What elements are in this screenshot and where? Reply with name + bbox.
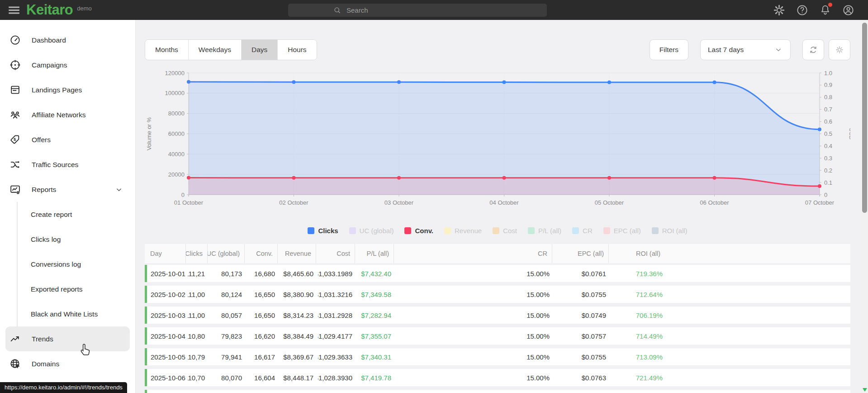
svg-text:0.2: 0.2 [824,167,832,174]
reports-icon [9,184,21,195]
sidebar-item-label: Affiliate Networks [32,111,85,119]
tab-days[interactable]: Days [241,40,277,60]
legend-swatch [572,227,579,234]
legend-item-cost[interactable]: Cost [493,227,517,235]
search-input[interactable] [346,6,518,14]
legend-label: P/L (all) [538,227,561,235]
legend-item-uc-global[interactable]: UC (global) [349,227,394,235]
sidebar-item-label: Black and White Lists [31,310,98,318]
table-row: 2025-10-04110,8079,82316,620$8,384.49$1,… [145,327,850,345]
env-label: demo [77,5,92,12]
refresh-icon [809,45,818,54]
column-header-cr[interactable]: CR [394,244,552,263]
svg-text:Volume or %: Volume or % [146,117,152,150]
cell-cost: $1,029.3633 [318,353,357,361]
sidebar-item-trends[interactable]: Trends [5,326,130,351]
column-header-p-l-all[interactable]: P/L (all) [355,244,394,263]
svg-text:1.0: 1.0 [824,70,832,77]
svg-text:03 October: 03 October [384,199,414,206]
column-header-roi-all[interactable]: ROI (all) [608,244,665,263]
sidebar-item-exported-reports[interactable]: Exported reports [5,277,130,302]
dashboard-icon [9,34,21,46]
sidebar-item-domains[interactable]: Domains [5,351,130,376]
table-header: DayClicksUC (global)Conv.RevenueCostP/L … [145,244,850,263]
page-scrollbar[interactable] [861,20,868,393]
cell-conv: 16,604 [247,374,280,382]
svg-text:40000: 40000 [168,151,185,158]
legend-item-cr[interactable]: CR [572,227,593,235]
hamburger-menu-button[interactable] [7,3,20,17]
cell-cost: $1,031.3216 [318,291,357,298]
legend-item-p-l-all[interactable]: P/L (all) [528,227,561,235]
sidebar-item-clicks-log[interactable]: Clicks log [5,227,130,252]
traffic-icon [9,159,21,170]
sidebar-item-reports[interactable]: Reports [5,177,130,202]
sidebar-item-campaigns[interactable]: Campaigns [5,53,130,77]
trends-icon [9,333,21,345]
legend-item-revenue[interactable]: Revenue [444,227,482,235]
sidebar-item-create-report[interactable]: Create report [5,202,130,227]
sidebar-item-label: Conversions log [31,260,81,268]
column-header-uc-global[interactable]: UC (global) [207,244,244,263]
legend-swatch [603,227,610,234]
svg-text:0.6: 0.6 [824,118,832,125]
cell-clicks: 111,00 [188,291,209,298]
sidebar-item-affiliate-networks[interactable]: Affiliate Networks [5,102,130,127]
landings-icon [9,84,21,96]
date-range-select[interactable]: Last 7 days [700,39,791,60]
cell-conv: 16,650 [247,312,280,319]
sidebar-item-label: Campaigns [32,61,67,69]
scrollbar-thumb[interactable] [862,23,867,213]
sidebar-item-black-and-white-lists[interactable]: Black and White Lists [5,302,130,326]
svg-text:04 October: 04 October [489,199,519,206]
column-header-clicks[interactable]: Clicks [185,244,207,263]
search-icon [333,6,341,14]
column-header-cost[interactable]: Cost [316,244,355,263]
svg-text:80000: 80000 [168,110,185,117]
cell-clicks: 111,21 [188,270,209,278]
gear-button[interactable] [773,4,785,16]
column-header-revenue[interactable]: Revenue [277,244,316,263]
cell-revenue: $8,314.23 [280,312,318,319]
legend-label: CR [583,227,593,235]
tab-months[interactable]: Months [145,40,188,60]
refresh-button[interactable] [802,39,824,60]
sidebar-item-landings-pages[interactable]: Landings Pages [5,77,130,102]
svg-text:USD: USD [848,128,850,140]
user-button[interactable] [842,4,854,16]
bell-button[interactable] [819,4,831,16]
chart-settings-button[interactable] [829,39,850,60]
column-header-day[interactable]: Day [145,244,185,263]
chart-svg: 02000040000600008000010000012000000.10.2… [145,66,850,211]
cell-epc-all: $0.0755 [554,291,611,298]
cell-conv: 16,617 [247,353,280,361]
trends-chart[interactable]: 02000040000600008000010000012000000.10.2… [145,66,850,213]
column-header-epc-all[interactable]: EPC (all) [552,244,608,263]
cell-roi-all: 712.64% [611,291,667,298]
tab-weekdays[interactable]: Weekdays [188,40,241,60]
gear-icon [835,46,844,54]
help-icon [796,4,808,16]
cell-revenue: $8,465.60 [280,270,318,278]
cell-conv: 16,620 [247,332,280,340]
cell-uc-global: 79,823 [209,332,247,340]
toolbar-right: Filters Last 7 days [650,39,850,60]
sidebar-item-dashboard[interactable]: Dashboard [5,28,130,53]
cell-uc-global: 80,124 [209,291,247,298]
tab-hours[interactable]: Hours [277,40,316,60]
legend-item-roi-all[interactable]: ROI (all) [652,227,688,235]
cell-uc-global: 79,941 [209,353,247,361]
sidebar-item-conversions-log[interactable]: Conversions log [5,252,130,277]
column-header-conv[interactable]: Conv. [244,244,277,263]
sidebar-item-traffic-sources[interactable]: Traffic Sources [5,152,130,177]
svg-text:0.1: 0.1 [824,179,832,186]
cell-day: 2025-10-03 [147,312,188,319]
legend-item-epc-all[interactable]: EPC (all) [603,227,641,235]
sidebar-item-offers[interactable]: $Offers [5,127,130,152]
legend-item-clicks[interactable]: Clicks [308,227,338,235]
filters-button[interactable]: Filters [650,39,688,60]
cell-day: 2025-10-02 [147,291,188,298]
table-row: 2025-10-0764,4044,4578,448$4,260.34$527.… [145,390,850,393]
help-button[interactable] [796,4,808,16]
legend-item-conv[interactable]: Conv. [404,227,433,235]
